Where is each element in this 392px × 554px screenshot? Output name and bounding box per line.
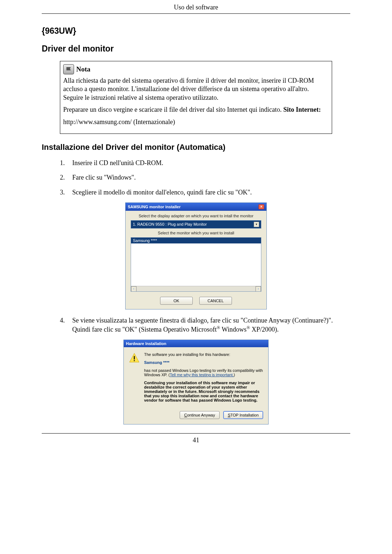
page-footer: 41: [42, 433, 350, 451]
stop-accesskey: S: [228, 413, 230, 417]
page-header: Uso del software: [42, 0, 350, 14]
driver-heading: Driver del monitor: [42, 44, 350, 54]
installer-titlebar: SAMSUNG monitor installer ×: [126, 203, 266, 211]
hwdlg-text: The software you are installing for this…: [144, 352, 263, 406]
hwdlg-link[interactable]: Tell me why this testing is important.: [170, 373, 234, 377]
step-3: 3. Scegliere il modello di monitor dall'…: [60, 188, 350, 197]
page-header-title: Uso del software: [174, 4, 218, 11]
hardware-installation-dialog: Hardware Installation The software you a…: [123, 340, 269, 424]
continue-label-rest: ontinue Anyway: [187, 413, 215, 417]
step-3-num: 3.: [60, 188, 72, 197]
hwdlg-line1: The software you are installing for this…: [144, 352, 263, 357]
svg-rect-0: [134, 356, 135, 360]
installer-label-2: Select the monitor which you want to ins…: [131, 231, 261, 235]
step-2-num: 2.: [60, 173, 72, 182]
page-number: 41: [193, 436, 199, 444]
registered-icon-2: ®: [246, 325, 250, 330]
hwdlg-title: Hardware Installation: [126, 341, 166, 346]
installer-button-row: OK CANCEL: [131, 297, 261, 305]
step-1-text: Inserire il CD nell'unità CD-ROM.: [72, 159, 350, 167]
steps-list-2: 4. Se viene visualizzata la seguente fin…: [60, 316, 350, 334]
ok-button[interactable]: OK: [160, 297, 193, 305]
step-4-mid: Windows: [220, 326, 246, 333]
stop-label-rest: TOP Installation: [230, 413, 259, 417]
installer-dialog: SAMSUNG monitor installer × Select the d…: [125, 202, 267, 309]
hwdlg-samsung: Samsung ****: [144, 360, 263, 365]
note-box: Nota Alla richiesta da parte del sistema…: [60, 61, 332, 134]
hwdlg-compat: has not passed Windows Logo testing to v…: [144, 368, 263, 377]
hwdlg-titlebar: Hardware Installation: [124, 340, 268, 347]
chevron-down-icon[interactable]: ▼: [254, 222, 259, 227]
monitor-listbox[interactable]: Samsung **** ‹ ›: [131, 237, 261, 292]
step-1: 1. Inserire il CD nell'unità CD-ROM.: [60, 159, 350, 167]
note-para-2: Preparare un disco vergine e scaricare i…: [63, 106, 329, 114]
model-heading: {963UW}: [42, 26, 350, 36]
registered-icon: ®: [217, 325, 220, 330]
note-head: Nota: [60, 61, 332, 77]
step-4-post: XP/2000).: [250, 326, 279, 333]
cancel-button[interactable]: CANCEL: [199, 297, 232, 305]
close-icon[interactable]: ×: [258, 204, 264, 209]
step-1-num: 1.: [60, 159, 72, 167]
note-title: Nota: [76, 65, 90, 73]
stop-installation-button[interactable]: STOP Installation: [223, 411, 263, 419]
adapter-combo[interactable]: 1. RADEON 9550 : Plug and Play Monitor ▼: [131, 220, 261, 229]
step-4-pre: Se viene visualizzata la seguente finest…: [72, 317, 333, 333]
note-body: Alla richiesta da parte del sistema oper…: [60, 77, 332, 134]
hwdlg-bold: Continuing your installation of this sof…: [144, 381, 263, 402]
scroll-left-icon[interactable]: ‹: [131, 286, 136, 292]
installer-body: Select the display adapter on which you …: [126, 211, 266, 309]
monitor-list-item[interactable]: Samsung ****: [131, 238, 261, 243]
install-heading: Installazione del Driver del monitor (Au…: [42, 143, 350, 152]
step-4-text: Se viene visualizzata la seguente finest…: [72, 316, 350, 334]
hwdlg-button-row: Continue Anyway STOP Installation: [124, 408, 268, 424]
installer-label-1: Select the display adapter on which you …: [131, 214, 261, 218]
adapter-combo-value: 1. RADEON 9550 : Plug and Play Monitor: [133, 222, 207, 226]
note-icon: [63, 64, 74, 74]
step-4-num: 4.: [60, 316, 72, 334]
steps-list: 1. Inserire il CD nell'unità CD-ROM. 2. …: [60, 159, 350, 197]
step-2: 2. Fare clic su "Windows".: [60, 173, 350, 182]
hwdlg-compat-close: ): [234, 373, 235, 377]
installer-figure: SAMSUNG monitor installer × Select the d…: [42, 202, 350, 309]
step-3-text: Scegliere il modello di monitor dall'ele…: [72, 188, 350, 197]
note-para-1: Alla richiesta da parte del sistema oper…: [63, 77, 329, 102]
step-4: 4. Se viene visualizzata la seguente fin…: [60, 316, 350, 334]
note-para-2-text: Preparare un disco vergine e scaricare i…: [63, 106, 282, 113]
installer-title: SAMSUNG monitor installer: [128, 205, 180, 209]
hwdlg-body: The software you are installing for this…: [124, 347, 268, 408]
note-site-label: Sito Internet:: [283, 106, 320, 113]
warning-icon: [129, 352, 140, 363]
svg-rect-1: [134, 360, 135, 361]
scrollbar-horizontal[interactable]: ‹ ›: [131, 286, 261, 291]
hardware-dialog-figure: Hardware Installation The software you a…: [42, 340, 350, 424]
note-url: http://www.samsung.com/ (Internazionale): [63, 118, 329, 126]
scroll-right-icon[interactable]: ›: [256, 286, 261, 292]
step-2-text: Fare clic su "Windows".: [72, 173, 350, 182]
continue-anyway-button[interactable]: Continue Anyway: [180, 411, 220, 419]
